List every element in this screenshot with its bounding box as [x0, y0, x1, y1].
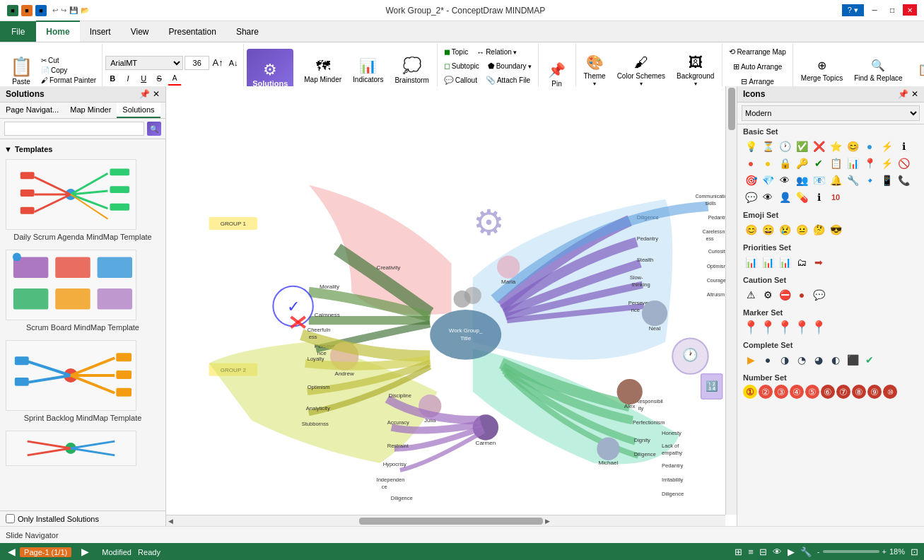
boundary-dropdown[interactable]: ▾: [528, 63, 532, 70]
tab-share[interactable]: Share: [226, 21, 269, 42]
copy-button[interactable]: 📄 Copy: [38, 66, 99, 75]
icon-sq-dark[interactable]: ⬛: [845, 352, 860, 368]
page-next-button[interactable]: ▶: [81, 546, 89, 557]
icon-neutral[interactable]: 😐: [794, 222, 809, 238]
icon-smiley[interactable]: 😊: [845, 139, 860, 154]
paste-button[interactable]: 📋 Paste: [6, 54, 37, 87]
icon-wrench[interactable]: 🔧: [845, 173, 860, 188]
status-icon-5[interactable]: ▶: [788, 547, 795, 557]
icon-marker-brown[interactable]: 📍: [794, 320, 809, 335]
icon-chat[interactable]: 💬: [743, 189, 759, 205]
relation-button[interactable]: ↔ Relation ▾: [473, 46, 520, 59]
icon-3q-circle[interactable]: ◕: [811, 352, 826, 368]
icon-marker-yellow[interactable]: 📍: [777, 320, 793, 335]
tab-page-navigator[interactable]: Page Navigat...: [0, 103, 64, 118]
icon-bell[interactable]: 🔔: [828, 173, 843, 188]
icon-pin[interactable]: 📍: [862, 156, 877, 171]
icon-prio-doc[interactable]: 🗂: [794, 255, 809, 270]
icon-email[interactable]: 📧: [811, 173, 826, 188]
icon-prio-high[interactable]: 📊: [743, 255, 759, 270]
icon-yellow-circle[interactable]: ●: [760, 156, 776, 171]
icon-grin[interactable]: 😄: [760, 222, 776, 238]
icon-num-5[interactable]: ⑤: [805, 385, 819, 399]
rearrange-map-button[interactable]: ⟲ Rearrange Map: [725, 45, 789, 59]
zoom-in-button[interactable]: +: [882, 547, 887, 556]
templates-header[interactable]: ▼ Templates: [3, 142, 163, 156]
icon-cool[interactable]: 😎: [828, 222, 843, 238]
icon-speech[interactable]: 💬: [811, 287, 826, 303]
canvas-horizontal-scrollbar[interactable]: ◀ ▶: [166, 515, 725, 526]
icon-marker-red[interactable]: 📍: [743, 320, 759, 335]
icon-info[interactable]: ℹ: [896, 139, 911, 154]
icon-cross[interactable]: ❌: [811, 139, 826, 154]
icon-happy[interactable]: 😊: [743, 222, 759, 238]
italic-button[interactable]: I: [121, 71, 135, 86]
icon-marker-green[interactable]: 📍: [811, 320, 826, 335]
tab-solutions[interactable]: Solutions: [117, 103, 160, 118]
icon-zap[interactable]: ⚡: [879, 156, 894, 171]
icon-num-10[interactable]: ⑩: [883, 385, 897, 399]
status-icon-6[interactable]: 🔧: [800, 547, 812, 557]
template-item-3[interactable]: Sprint Backlog MindMap Template: [3, 337, 163, 425]
icon-clock[interactable]: 🕐: [777, 139, 793, 154]
help-button[interactable]: ? ▾: [842, 4, 864, 16]
icon-quarter-circle[interactable]: ◔: [794, 352, 809, 368]
scroll-thumb-horizontal[interactable]: [359, 518, 543, 525]
icon-marker-purple[interactable]: 📍: [760, 320, 776, 335]
icon-num-3[interactable]: ③: [774, 385, 788, 399]
icon-num-2[interactable]: ②: [759, 385, 773, 399]
icon-telephone[interactable]: 📞: [896, 173, 911, 188]
icons-style-select[interactable]: Modern Classic Flat: [742, 105, 920, 121]
icon-num-8[interactable]: ⑧: [852, 385, 866, 399]
icon-prio-arrow[interactable]: ➡: [811, 255, 826, 270]
template-item-4[interactable]: [3, 428, 163, 472]
cut-button[interactable]: ✂ Cut: [38, 56, 99, 65]
icon-person[interactable]: 👤: [777, 189, 793, 205]
solutions-search-icon-btn[interactable]: 🔍: [147, 122, 161, 136]
icon-complete-check[interactable]: ✔: [862, 352, 877, 368]
font-size-decrease[interactable]: A↓: [226, 56, 240, 70]
fit-page-button[interactable]: ⊡: [911, 547, 918, 557]
icon-check[interactable]: ✅: [794, 139, 809, 154]
icon-num-6[interactable]: ⑥: [821, 385, 835, 399]
icon-target[interactable]: 🎯: [743, 173, 759, 188]
icon-prio-med[interactable]: 📊: [760, 255, 776, 270]
topic-button[interactable]: ◼ Topic: [440, 45, 472, 59]
zoom-out-button[interactable]: -: [817, 547, 820, 556]
icon-gear-caution[interactable]: ⚙: [760, 287, 776, 303]
relation-dropdown[interactable]: ▾: [513, 49, 517, 56]
bold-button[interactable]: B: [105, 71, 119, 86]
template-item-2[interactable]: Scrum Board MindMap Template: [3, 247, 163, 334]
solutions-search-input[interactable]: [4, 122, 144, 136]
underline-button[interactable]: U: [136, 71, 151, 86]
icon-clipboard[interactable]: 📋: [828, 156, 843, 171]
callout-button[interactable]: 💬 Callout: [440, 74, 481, 87]
font-family-select[interactable]: ArialMT: [105, 56, 183, 70]
close-button[interactable]: ✕: [903, 4, 917, 16]
icon-phone[interactable]: 📱: [879, 173, 894, 188]
icon-no-entry[interactable]: ⛔: [777, 287, 793, 303]
icon-pill[interactable]: 💊: [794, 189, 809, 205]
scroll-right-arrow[interactable]: ▶: [543, 518, 552, 525]
save-icon[interactable]: 💾: [69, 6, 78, 14]
icon-num-1[interactable]: ①: [743, 385, 757, 399]
icon-eye[interactable]: 👁: [777, 173, 793, 188]
panel-pin-button[interactable]: 📌: [139, 89, 150, 99]
tab-insert[interactable]: Insert: [80, 21, 121, 42]
font-size-increase[interactable]: A↑: [211, 56, 225, 70]
scroll-left-arrow[interactable]: ◀: [166, 518, 175, 525]
icon-people[interactable]: 👥: [794, 173, 809, 188]
maximize-button[interactable]: □: [885, 4, 899, 16]
icon-sad[interactable]: 😢: [777, 222, 793, 238]
icon-left-half[interactable]: ◐: [828, 352, 843, 368]
icon-circle-blue[interactable]: ●: [862, 139, 877, 154]
icon-half-circle[interactable]: ◑: [777, 352, 793, 368]
icon-bulb[interactable]: 💡: [743, 139, 759, 154]
boundary-button[interactable]: ⬟ Boundary ▾: [484, 59, 535, 73]
icon-num-7[interactable]: ⑦: [836, 385, 850, 399]
icon-ten[interactable]: 10: [828, 189, 843, 205]
icon-key[interactable]: 🔑: [794, 156, 809, 171]
icons-pin-button[interactable]: 📌: [898, 89, 908, 99]
tab-map-minder[interactable]: Map Minder: [64, 103, 117, 118]
strikethrough-button[interactable]: S: [152, 71, 166, 86]
